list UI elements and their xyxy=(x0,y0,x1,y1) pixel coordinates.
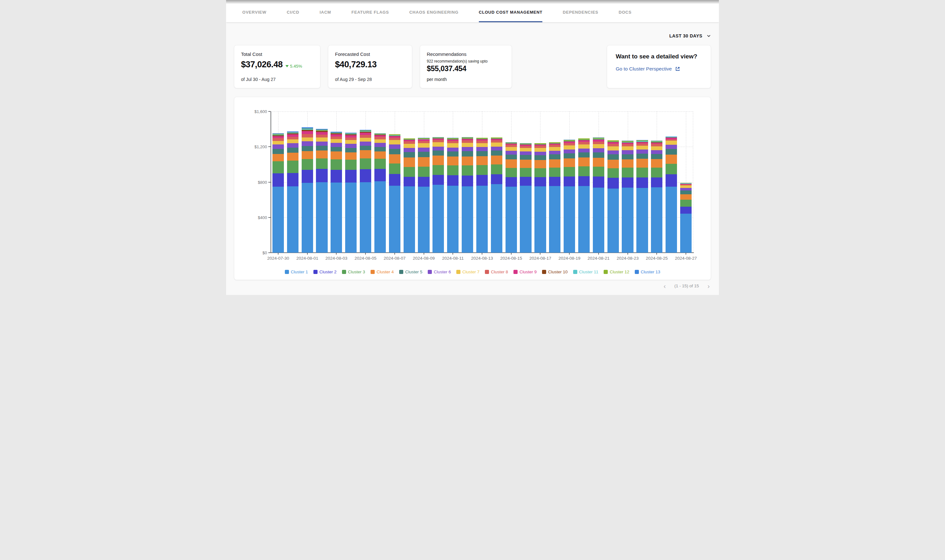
legend-item-cluster-10[interactable]: Cluster 10 xyxy=(542,269,568,274)
bar-segment-cluster-2[interactable] xyxy=(447,175,459,186)
bar-segment-cluster-5[interactable] xyxy=(345,148,357,152)
bar-2024-08-24[interactable] xyxy=(636,111,648,253)
bar-segment-cluster-1[interactable] xyxy=(563,186,575,253)
bar-segment-cluster-1[interactable] xyxy=(316,182,327,253)
bar-segment-cluster-6[interactable] xyxy=(302,141,313,146)
bar-2024-08-16[interactable] xyxy=(520,111,531,253)
bar-segment-cluster-7[interactable] xyxy=(389,140,400,145)
bar-segment-cluster-2[interactable] xyxy=(506,177,517,187)
bar-segment-cluster-7[interactable] xyxy=(272,141,284,145)
bar-segment-cluster-7[interactable] xyxy=(622,146,633,150)
bar-segment-cluster-1[interactable] xyxy=(520,186,531,253)
bar-segment-cluster-3[interactable] xyxy=(447,165,459,175)
legend-item-cluster-4[interactable]: Cluster 4 xyxy=(371,269,394,274)
bar-segment-cluster-6[interactable] xyxy=(345,144,357,148)
bar-segment-cluster-2[interactable] xyxy=(476,175,488,186)
bar-segment-cluster-4[interactable] xyxy=(491,155,502,165)
cluster-perspective-link-label[interactable]: Go to Cluster Perspective xyxy=(616,66,672,72)
bar-segment-cluster-8[interactable] xyxy=(506,145,517,147)
bar-segment-cluster-5[interactable] xyxy=(549,154,560,159)
bar-segment-cluster-7[interactable] xyxy=(549,147,560,151)
bar-segment-cluster-7[interactable] xyxy=(680,185,692,188)
bar-segment-cluster-3[interactable] xyxy=(316,158,327,169)
bar-segment-cluster-2[interactable] xyxy=(680,207,692,214)
bar-segment-cluster-3[interactable] xyxy=(374,159,386,169)
bar-segment-cluster-5[interactable] xyxy=(491,151,502,155)
bar-2024-08-06[interactable] xyxy=(374,111,386,253)
bar-segment-cluster-6[interactable] xyxy=(287,143,299,147)
bar-2024-08-17[interactable] xyxy=(534,111,546,253)
bar-segment-cluster-1[interactable] xyxy=(272,187,284,253)
bar-segment-cluster-2[interactable] xyxy=(462,175,473,186)
bar-segment-cluster-5[interactable] xyxy=(476,151,488,156)
bar-segment-cluster-6[interactable] xyxy=(578,149,589,152)
bar-segment-cluster-8[interactable] xyxy=(345,137,357,140)
legend-item-cluster-8[interactable]: Cluster 8 xyxy=(485,269,508,274)
bar-segment-cluster-2[interactable] xyxy=(331,170,342,183)
pagination-next-icon[interactable]: › xyxy=(708,283,710,289)
bar-segment-cluster-4[interactable] xyxy=(534,160,546,168)
bar-segment-cluster-5[interactable] xyxy=(316,146,327,150)
bar-segment-cluster-6[interactable] xyxy=(520,151,531,155)
bar-segment-cluster-3[interactable] xyxy=(608,168,619,178)
bar-segment-cluster-3[interactable] xyxy=(622,168,633,177)
bar-segment-cluster-9[interactable] xyxy=(272,136,284,138)
bar-segment-cluster-5[interactable] xyxy=(534,155,546,160)
bar-segment-cluster-1[interactable] xyxy=(345,183,357,253)
bar-segment-cluster-6[interactable] xyxy=(374,143,386,147)
bar-segment-cluster-2[interactable] xyxy=(520,177,531,186)
bar-segment-cluster-5[interactable] xyxy=(447,151,459,157)
bar-segment-cluster-3[interactable] xyxy=(666,164,677,174)
bar-segment-cluster-8[interactable] xyxy=(302,134,313,137)
bar-2024-08-05[interactable] xyxy=(360,111,371,253)
bar-segment-cluster-5[interactable] xyxy=(389,149,400,154)
bar-segment-cluster-5[interactable] xyxy=(374,147,386,151)
bar-segment-cluster-7[interactable] xyxy=(534,148,546,152)
bar-segment-cluster-5[interactable] xyxy=(418,152,429,157)
bar-segment-cluster-3[interactable] xyxy=(432,165,444,175)
bar-segment-cluster-2[interactable] xyxy=(389,174,400,185)
bar-2024-08-25[interactable] xyxy=(651,111,662,253)
bar-2024-08-18[interactable] xyxy=(549,111,560,253)
bar-segment-cluster-7[interactable] xyxy=(608,146,619,151)
bar-segment-cluster-4[interactable] xyxy=(680,194,692,200)
bar-segment-cluster-8[interactable] xyxy=(432,140,444,142)
bar-segment-cluster-8[interactable] xyxy=(360,135,371,138)
bar-segment-cluster-9[interactable] xyxy=(360,133,371,135)
bar-segment-cluster-1[interactable] xyxy=(534,186,546,253)
bar-segment-cluster-6[interactable] xyxy=(563,149,575,153)
bar-2024-07-30[interactable] xyxy=(272,111,284,253)
bar-2024-08-04[interactable] xyxy=(345,111,357,253)
bar-segment-cluster-1[interactable] xyxy=(666,187,677,253)
bar-2024-08-19[interactable] xyxy=(563,111,575,253)
bar-segment-cluster-7[interactable] xyxy=(403,144,415,148)
bar-segment-cluster-4[interactable] xyxy=(608,160,619,168)
bar-segment-cluster-8[interactable] xyxy=(403,141,415,144)
bar-segment-cluster-4[interactable] xyxy=(578,157,589,166)
bar-segment-cluster-7[interactable] xyxy=(491,143,502,147)
bar-segment-cluster-5[interactable] xyxy=(462,151,473,157)
bar-segment-cluster-6[interactable] xyxy=(491,147,502,151)
bar-segment-cluster-3[interactable] xyxy=(389,163,400,174)
bar-2024-08-27[interactable] xyxy=(680,111,692,253)
bar-segment-cluster-1[interactable] xyxy=(462,186,473,253)
bar-segment-cluster-4[interactable] xyxy=(563,158,575,167)
bar-segment-cluster-7[interactable] xyxy=(666,141,677,145)
bar-2024-08-22[interactable] xyxy=(608,111,619,253)
bar-2024-08-08[interactable] xyxy=(403,111,415,253)
bar-segment-cluster-8[interactable] xyxy=(651,144,662,146)
bar-segment-cluster-5[interactable] xyxy=(622,154,633,159)
bar-segment-cluster-7[interactable] xyxy=(506,147,517,151)
bar-segment-cluster-8[interactable] xyxy=(578,142,589,145)
bar-segment-cluster-3[interactable] xyxy=(651,168,662,177)
bar-segment-cluster-8[interactable] xyxy=(636,143,648,146)
legend-item-cluster-5[interactable]: Cluster 5 xyxy=(399,269,422,274)
bar-segment-cluster-8[interactable] xyxy=(331,137,342,139)
bar-segment-cluster-4[interactable] xyxy=(374,151,386,159)
legend-item-cluster-7[interactable]: Cluster 7 xyxy=(456,269,480,274)
bar-segment-cluster-4[interactable] xyxy=(622,159,633,168)
bar-segment-cluster-3[interactable] xyxy=(302,159,313,170)
bar-segment-cluster-1[interactable] xyxy=(374,181,386,253)
bar-segment-cluster-1[interactable] xyxy=(432,185,444,253)
bar-segment-cluster-8[interactable] xyxy=(287,137,299,139)
